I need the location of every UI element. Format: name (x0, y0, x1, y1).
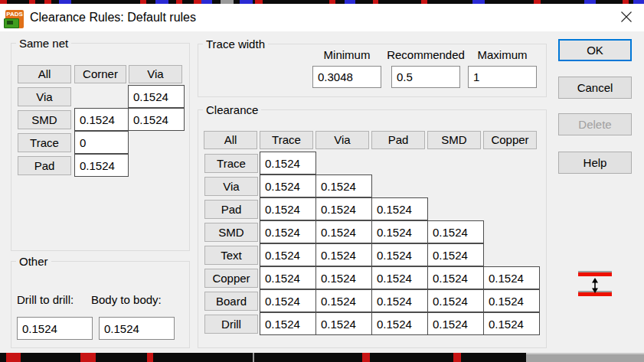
clearance-group: Clearance All Trace Via Pad SMD Copper T… (198, 109, 547, 348)
clearance-cell-input[interactable] (260, 197, 316, 220)
clearance-row-pad[interactable]: Pad (204, 200, 258, 219)
clearance-cell-input[interactable] (427, 243, 484, 266)
trace-width-group-label: Trace width (203, 38, 268, 51)
same-net-row-smd[interactable]: SMD (18, 110, 71, 129)
same-net-row-pad[interactable]: Pad (18, 156, 71, 175)
trace-width-group: Trace width Minimum Recommended Maximum (198, 44, 547, 97)
recommended-input[interactable] (391, 66, 460, 88)
clearance-col-all[interactable]: All (204, 131, 257, 149)
statusbar-divider (253, 353, 254, 362)
titlebar: PADS Clearance Rules: Default rules (0, 4, 644, 31)
clearance-cell-input[interactable] (427, 312, 484, 335)
clearance-row-via[interactable]: Via (204, 177, 258, 196)
double-arrow-icon (590, 278, 600, 293)
same-net-col-corner[interactable]: Corner (74, 65, 126, 83)
pads-app-icon: PADS (5, 10, 24, 28)
clearance-cell-input[interactable] (483, 312, 540, 335)
clearance-cell-input[interactable] (427, 266, 484, 289)
same-net-cell-input[interactable] (128, 108, 185, 131)
clearance-row-text[interactable]: Text (204, 246, 258, 265)
same-net-cell-input[interactable] (74, 154, 129, 177)
help-button[interactable]: Help (558, 152, 632, 174)
clearance-row-copper[interactable]: Copper (204, 269, 258, 288)
close-button[interactable] (613, 6, 640, 29)
statusbar-fragment (80, 353, 96, 362)
clearance-rules-dialog: PADS Clearance Rules: Default rules Same… (0, 4, 644, 353)
drill-to-drill-input[interactable] (17, 317, 93, 340)
clearance-cell-input[interactable] (371, 197, 428, 220)
clearance-row-trace[interactable]: Trace (204, 154, 258, 173)
clearance-cell-input[interactable] (260, 152, 316, 174)
clearance-cell-input[interactable] (315, 243, 372, 266)
clearance-cell-input[interactable] (260, 220, 316, 243)
body-to-body-input[interactable] (99, 317, 175, 340)
clearance-cell-input[interactable] (427, 220, 484, 243)
clearance-cell-input[interactable] (260, 266, 316, 289)
same-net-cell-input[interactable] (74, 131, 129, 154)
clearance-col-smd[interactable]: SMD (427, 131, 481, 149)
same-net-cell-input[interactable] (74, 108, 129, 131)
clearance-col-copper[interactable]: Copper (483, 131, 537, 149)
clearance-cell-input[interactable] (315, 312, 372, 335)
clearance-cell-input[interactable] (315, 197, 372, 220)
clearance-cell-input[interactable] (315, 266, 372, 289)
clearance-cell-input[interactable] (315, 174, 372, 197)
statusbar-fragment (453, 353, 461, 362)
clearance-cell-input[interactable] (315, 220, 372, 243)
pcb-card-icon (4, 18, 19, 28)
clearance-cell-input[interactable] (260, 289, 316, 312)
clearance-cell-input[interactable] (371, 289, 428, 312)
other-group-label: Other (16, 255, 51, 268)
clearance-cell-input[interactable] (483, 289, 540, 312)
clearance-row-smd[interactable]: SMD (204, 223, 258, 242)
clearance-cell-input[interactable] (371, 243, 428, 266)
clearance-cell-input[interactable] (260, 312, 316, 335)
ok-button[interactable]: OK (558, 39, 632, 61)
delete-button[interactable]: Delete (558, 113, 632, 135)
other-group: Other Drill to drill: Body to body: (11, 261, 190, 348)
clearance-cell-input[interactable] (371, 266, 428, 289)
clearance-top-bar-icon (578, 271, 612, 276)
clearance-col-trace[interactable]: Trace (260, 131, 313, 149)
clearance-row-drill[interactable]: Drill (204, 315, 258, 334)
body-to-body-label: Body to body: (91, 294, 162, 306)
maximum-label: Maximum (456, 49, 548, 61)
minimum-label: Minimum (301, 49, 393, 61)
same-net-group-label: Same net (16, 37, 71, 50)
clearance-cell-input[interactable] (260, 243, 316, 266)
statusbar-gray-area (526, 353, 644, 362)
drill-to-drill-label: Drill to drill: (17, 294, 74, 306)
same-net-group: Same net All Corner Via Via SMD Trace Pa… (11, 43, 190, 251)
clearance-cell-input[interactable] (483, 266, 540, 289)
clearance-group-label: Clearance (203, 103, 261, 116)
same-net-col-via[interactable]: Via (129, 65, 182, 83)
clearance-cell-input[interactable] (315, 289, 372, 312)
statusbar-fragment (6, 353, 21, 362)
same-net-col-all[interactable]: All (18, 65, 71, 83)
clearance-cell-input[interactable] (371, 312, 428, 335)
pads-icon-label: PADS (5, 11, 24, 18)
clearance-col-pad[interactable]: Pad (371, 131, 425, 149)
same-net-cell-input[interactable] (128, 85, 185, 108)
statusbar-fragment (362, 353, 370, 362)
clearance-col-via[interactable]: Via (315, 131, 369, 149)
clearance-row-board[interactable]: Board (204, 292, 258, 311)
clearance-cell-input[interactable] (427, 289, 484, 312)
app-statusbar-strip (0, 353, 644, 362)
clearance-distance-icon (578, 270, 612, 301)
statusbar-fragment (147, 353, 153, 362)
cancel-button[interactable]: Cancel (558, 77, 632, 99)
clearance-cell-input[interactable] (260, 174, 316, 197)
window-title: Clearance Rules: Default rules (30, 10, 196, 25)
close-icon (620, 11, 633, 25)
minimum-input[interactable] (312, 66, 381, 88)
same-net-row-via[interactable]: Via (18, 87, 71, 106)
clearance-cell-input[interactable] (371, 220, 428, 243)
maximum-input[interactable] (468, 66, 537, 88)
same-net-row-trace[interactable]: Trace (18, 133, 71, 152)
